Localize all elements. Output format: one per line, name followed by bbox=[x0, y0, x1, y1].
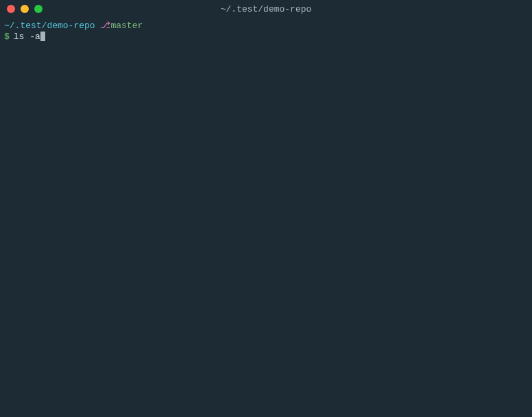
prompt-symbol: $ bbox=[4, 32, 10, 42]
git-branch: master bbox=[110, 21, 143, 31]
close-icon[interactable] bbox=[7, 5, 15, 13]
terminal-window: ~/.test/demo-repo ~/.test/demo-repo ⎇mas… bbox=[0, 0, 532, 417]
traffic-lights bbox=[7, 5, 43, 13]
minimize-icon[interactable] bbox=[21, 5, 29, 13]
command-line[interactable]: $ls -a bbox=[4, 32, 528, 43]
terminal-body[interactable]: ~/.test/demo-repo ⎇master $ls -a bbox=[0, 18, 532, 45]
command-input[interactable]: ls -a bbox=[14, 32, 40, 42]
titlebar: ~/.test/demo-repo bbox=[0, 0, 532, 18]
cursor-icon bbox=[40, 32, 45, 41]
cwd: ~/.test/demo-repo bbox=[4, 21, 95, 31]
window-title: ~/.test/demo-repo bbox=[0, 4, 532, 14]
branch-icon: ⎇ bbox=[100, 21, 110, 31]
prompt-context-line: ~/.test/demo-repo ⎇master bbox=[4, 21, 528, 32]
maximize-icon[interactable] bbox=[34, 5, 43, 13]
